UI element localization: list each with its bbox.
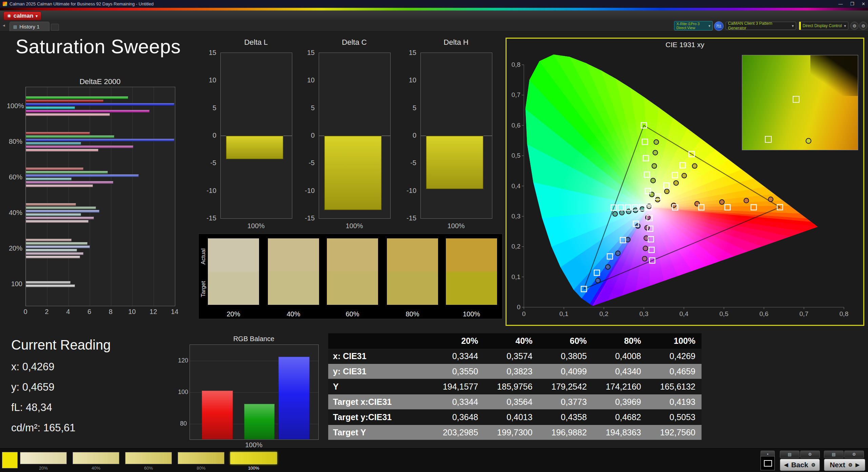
- table-header-row: 20%40%60%80%100%: [328, 333, 702, 349]
- deltae2000-ylabels: 100%80%60%40%20%100: [7, 87, 24, 306]
- measured-point-cyan: [619, 210, 624, 215]
- table-cell: 0,3648: [430, 410, 484, 425]
- delta-ytick-label: -15: [299, 214, 315, 222]
- delta-ytick-label: -5: [299, 159, 315, 167]
- actual-swatch: [327, 238, 378, 272]
- table-header-cell: 40%: [484, 333, 538, 349]
- table-header-cell: 60%: [538, 333, 593, 349]
- display-control-dropdown[interactable]: Direct Display Control ▾: [799, 22, 848, 30]
- current-reading-title: Current Reading: [11, 337, 111, 353]
- next-button[interactable]: Next ⚙ ▶: [824, 459, 865, 471]
- y-tick-label: 0,7: [512, 91, 520, 98]
- delta-ytick-label: -15: [401, 214, 416, 222]
- saturation-swatch-button[interactable]: [178, 452, 224, 464]
- reading-fl: fL: 48,34: [11, 401, 111, 414]
- deltae-bar: [26, 171, 108, 174]
- table-cell: 0,3574: [484, 349, 538, 364]
- delta-l-ylabels: 151050-5-10-15: [200, 53, 218, 218]
- delta-ytick-label: 5: [201, 104, 216, 112]
- back-button[interactable]: ◀ Back ⚙: [780, 459, 820, 471]
- saturation-swatch-label: 20%: [20, 466, 67, 471]
- table-cell: 0,3344: [430, 394, 484, 410]
- deltae-bar: [26, 142, 81, 145]
- display-control-name: Direct Display Control: [803, 23, 842, 28]
- measured-point-yellow: [665, 189, 669, 194]
- meter-dropdown[interactable]: X-Rite i1Pro 3 Direct View ▾: [674, 21, 713, 31]
- delta-ytick-label: -15: [201, 214, 216, 222]
- delta-ytick-label: -10: [299, 187, 315, 195]
- deltaH-bar: [426, 136, 484, 189]
- deltae-bar: [26, 113, 110, 116]
- deltae-group-label: 60%: [7, 173, 22, 181]
- measured-point-blue: [606, 264, 610, 269]
- measured-point-green: [650, 192, 654, 197]
- table-row: Target Y203,2985199,7300196,9882194,8363…: [328, 425, 702, 440]
- next-settings-button[interactable]: ⚙: [844, 451, 864, 458]
- saturation-swatch-button[interactable]: [125, 452, 172, 464]
- swatch-label: 80%: [387, 310, 438, 318]
- next-arrow-icon: ▶: [855, 462, 860, 468]
- delta-h-chart: Delta H 151050-5-10-15 100%: [400, 38, 498, 235]
- rgb-balance-chart: RGB Balance 12010080 100%: [178, 335, 324, 447]
- tabbar: ◂ ▤ History 1 X-Rite i1Pro 3 Direct View…: [0, 20, 868, 32]
- delta-ytick-label: 5: [299, 104, 315, 112]
- saturation-swatch-label: 40%: [73, 466, 119, 471]
- settings-gear-button[interactable]: ⚙: [850, 22, 859, 30]
- calman-menu-button[interactable]: ✳ calman ▾: [3, 12, 41, 20]
- next-option-button[interactable]: ▤: [824, 451, 844, 458]
- calman-logo-text: calman: [14, 13, 34, 19]
- delta-ytick-label: 10: [201, 76, 216, 84]
- back-settings-button[interactable]: ⚙: [800, 451, 820, 458]
- window-title: Calman 2025 Calman Ultimate for Business…: [9, 1, 154, 6]
- deltae-bar: [26, 100, 103, 102]
- table-cell: 203,2985: [430, 425, 484, 440]
- table-cell: 0,4008: [593, 349, 647, 364]
- measured-point-green: [652, 164, 657, 169]
- deltae-bar: [26, 220, 88, 223]
- table-cell: 174,2160: [593, 379, 647, 394]
- settings-gear-button-2[interactable]: ⚙: [859, 22, 867, 30]
- delta-c-title: Delta C: [319, 38, 390, 47]
- minimize-button[interactable]: —: [838, 1, 843, 6]
- deltae-bar: [26, 132, 90, 135]
- table-cell: 194,8363: [593, 425, 647, 440]
- rainbow-gradient-strip: [0, 8, 868, 11]
- inset-measured-point: [806, 138, 811, 144]
- calman-app-window: Calman 2025 Calman Ultimate for Business…: [0, 0, 868, 472]
- saturation-swatch-button[interactable]: [230, 452, 277, 464]
- deltae-bar: [26, 284, 75, 287]
- saturation-swatch-button[interactable]: [20, 452, 67, 464]
- tab-history-1[interactable]: ▤ History 1: [9, 22, 50, 31]
- collapse-panel-icon[interactable]: ◂: [3, 23, 5, 28]
- deltae-bar: [26, 139, 174, 141]
- calman-logo-mark-icon: ✳: [7, 13, 11, 19]
- x-tick-label: 0,2: [599, 310, 608, 317]
- meter-status-badge: 711: [714, 21, 724, 31]
- rgb-ytick-label: 120: [178, 357, 187, 364]
- pattern-window-button[interactable]: [761, 456, 775, 470]
- swatch-label: 40%: [268, 310, 319, 318]
- pattern-generator-dropdown[interactable]: CalMAN Client 3 Pattern Generator ▾: [726, 22, 796, 30]
- tab-label: History 1: [19, 24, 39, 29]
- delta-ytick-label: -10: [201, 187, 216, 195]
- maximize-button[interactable]: ❐: [850, 1, 854, 6]
- chevron-down-icon: ▾: [843, 24, 846, 28]
- delta-ytick-label: 5: [401, 104, 416, 112]
- delta-ytick-label: 10: [299, 76, 315, 84]
- close-button[interactable]: ✕: [862, 1, 865, 6]
- deltae-xtick-label: 14: [170, 308, 180, 316]
- deltae-bar: [26, 217, 94, 219]
- deltae-xtick-label: 8: [105, 308, 116, 316]
- saturation-swatch-button[interactable]: [73, 452, 119, 464]
- deltae-bar: [26, 252, 83, 255]
- rgb-balance-xlabel: 100%: [190, 441, 318, 449]
- deltae-bar: [26, 249, 77, 252]
- new-tab-stub[interactable]: [51, 24, 59, 31]
- deltae2000-xticks: 02468101214: [7, 308, 200, 316]
- cie-1931-panel[interactable]: CIE 1931 xy 00,10,20,30,40,50,60,70,800,…: [506, 38, 864, 326]
- y-tick-label: 0,2: [512, 243, 520, 250]
- results-table: 20%40%60%80%100% x: CIE310,33440,35740,3…: [328, 333, 702, 440]
- table-cell: 0,3344: [430, 349, 484, 364]
- measured-point-red: [671, 203, 676, 208]
- back-option-button[interactable]: ▤: [780, 451, 800, 458]
